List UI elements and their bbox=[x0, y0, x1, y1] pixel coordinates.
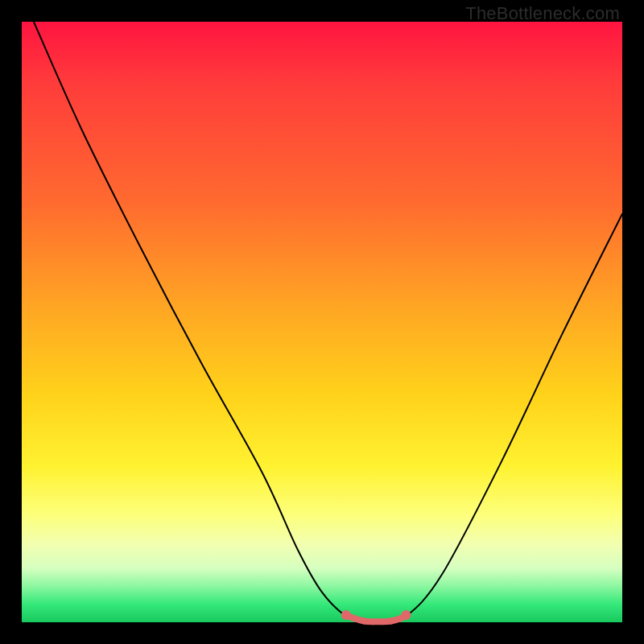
flat-region-dot bbox=[379, 618, 386, 625]
flat-region-dot bbox=[341, 610, 351, 620]
chart-svg bbox=[22, 22, 622, 622]
flat-region-dot bbox=[401, 610, 411, 620]
flat-region-markers bbox=[341, 610, 411, 625]
curve-path bbox=[34, 22, 622, 623]
watermark-text: TheBottleneck.com bbox=[465, 3, 620, 24]
chart-frame: TheBottleneck.com bbox=[0, 0, 644, 644]
flat-region-dot bbox=[388, 618, 394, 625]
flat-region-dot bbox=[369, 618, 376, 625]
bottleneck-curve bbox=[34, 22, 622, 623]
flat-region-dot bbox=[352, 616, 358, 622]
flat-region-dot bbox=[361, 618, 367, 625]
